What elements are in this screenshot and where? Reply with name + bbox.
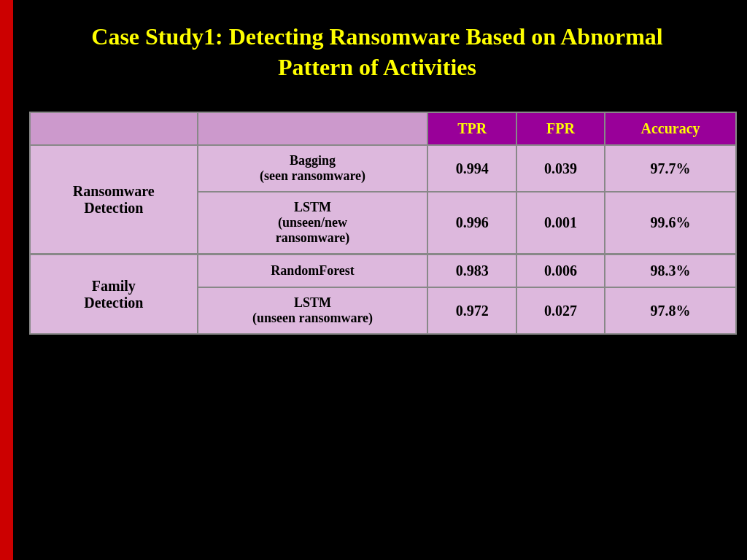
tpr-lstm-unseen-new: 0.996 (427, 192, 516, 254)
accuracy-randomforest: 98.3% (605, 254, 736, 288)
results-table: TPR FPR Accuracy RansomwareDetection Bag… (29, 112, 737, 335)
header-fpr: FPR (516, 112, 605, 145)
header-empty-2 (198, 112, 428, 145)
method-lstm-unseen-new: LSTM(unseen/newransomware) (198, 192, 428, 254)
title-line1: Case Study1: Detecting Ransomware Based … (91, 23, 662, 50)
tpr-bagging: 0.994 (427, 145, 516, 192)
title-line2: Pattern of Activities (278, 54, 476, 80)
accuracy-lstm-unseen-new: 99.6% (605, 192, 736, 254)
method-lstm-unseen: LSTM(unseen ransomware) (198, 287, 428, 334)
page-title: Case Study1: Detecting Ransomware Based … (29, 22, 725, 82)
category-ransomware: RansomwareDetection (30, 145, 198, 254)
fpr-bagging: 0.039 (516, 145, 605, 192)
fpr-lstm-unseen: 0.027 (516, 287, 605, 334)
method-bagging: Bagging(seen ransomware) (198, 145, 428, 192)
accuracy-bagging: 97.7% (605, 145, 736, 192)
red-bar (0, 0, 13, 560)
method-randomforest: RandomForest (198, 254, 428, 288)
category-family: FamilyDetection (30, 254, 198, 335)
header-tpr: TPR (427, 112, 516, 145)
fpr-randomforest: 0.006 (516, 254, 605, 288)
table-container: TPR FPR Accuracy RansomwareDetection Bag… (29, 112, 725, 335)
main-content: Case Study1: Detecting Ransomware Based … (13, 0, 747, 357)
table-header-row: TPR FPR Accuracy (30, 112, 736, 145)
accuracy-lstm-unseen: 97.8% (605, 287, 736, 334)
tpr-lstm-unseen: 0.972 (427, 287, 516, 334)
header-empty-1 (30, 112, 198, 145)
fpr-lstm-unseen-new: 0.001 (516, 192, 605, 254)
tpr-randomforest: 0.983 (427, 254, 516, 288)
header-accuracy: Accuracy (605, 112, 736, 145)
table-row: FamilyDetection RandomForest 0.983 0.006… (30, 254, 736, 288)
table-row: RansomwareDetection Bagging(seen ransomw… (30, 145, 736, 192)
